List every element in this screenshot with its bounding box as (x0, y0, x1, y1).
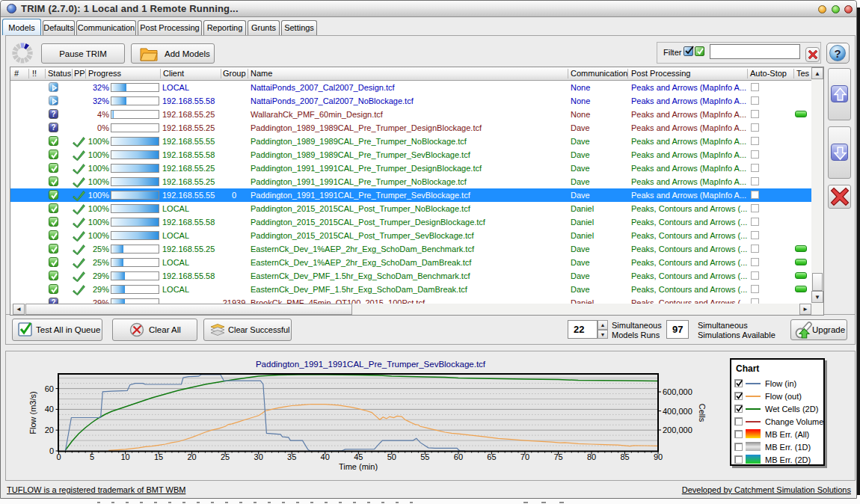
svg-text:35: 35 (287, 452, 296, 461)
svg-text:80: 80 (587, 452, 596, 461)
svg-text:90: 90 (654, 452, 663, 461)
svg-text:0: 0 (56, 452, 61, 461)
svg-text:20: 20 (45, 425, 54, 434)
svg-text:25: 25 (221, 452, 230, 461)
svg-text:600,000: 600,000 (663, 387, 692, 396)
svg-text:60: 60 (454, 452, 463, 461)
svg-text:85: 85 (620, 452, 629, 461)
svg-text:200,000: 200,000 (663, 425, 692, 434)
svg-text:Flow (m3/s): Flow (m3/s) (28, 391, 37, 434)
svg-text:Time (min): Time (min) (339, 462, 378, 471)
svg-text:45: 45 (354, 452, 363, 461)
svg-text:0: 0 (49, 446, 54, 455)
svg-text:15: 15 (154, 452, 163, 461)
svg-text:65: 65 (487, 452, 496, 461)
svg-text:55: 55 (420, 452, 429, 461)
svg-text:75: 75 (553, 452, 562, 461)
svg-text:5: 5 (90, 452, 94, 461)
svg-text:50: 50 (387, 452, 396, 461)
svg-text:20: 20 (187, 452, 196, 461)
svg-text:60: 60 (45, 384, 54, 393)
svg-text:Cells: Cells (698, 404, 707, 422)
svg-text:40: 40 (321, 452, 330, 461)
svg-text:40: 40 (45, 405, 54, 414)
svg-text:70: 70 (520, 452, 529, 461)
svg-text:10: 10 (120, 452, 129, 461)
svg-text:30: 30 (254, 452, 263, 461)
svg-text:400,000: 400,000 (663, 407, 692, 416)
